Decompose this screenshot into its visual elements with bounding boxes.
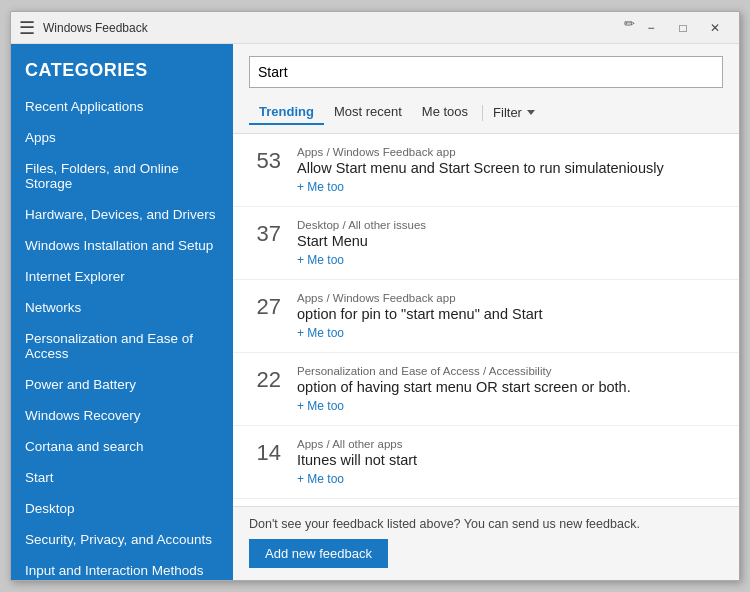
window-controls: ✏ − □ ✕ (624, 16, 731, 40)
app-window: ☰ Windows Feedback ✏ − □ ✕ CATEGORIES Re… (10, 11, 740, 581)
feedback-metoo-button[interactable]: + Me too (297, 326, 723, 340)
bottom-text: Don't see your feedback listed above? Yo… (249, 517, 723, 531)
sidebar-item-7[interactable]: Personalization and Ease of Access (11, 323, 233, 369)
main-panel: TrendingMost recentMe toos Filter 53 App… (233, 44, 739, 580)
feedback-title[interactable]: Allow Start menu and Start Screen to run… (297, 160, 723, 176)
add-feedback-button[interactable]: Add new feedback (249, 539, 388, 568)
sidebar-item-3[interactable]: Hardware, Devices, and Drivers (11, 199, 233, 230)
maximize-button[interactable]: □ (667, 16, 699, 40)
feedback-item: 53 Apps / Windows Feedback app Allow Sta… (233, 134, 739, 207)
minimize-button[interactable]: − (635, 16, 667, 40)
feedback-count: 14 (249, 438, 281, 466)
feedback-list: 53 Apps / Windows Feedback app Allow Sta… (233, 133, 739, 506)
feedback-metoo-button[interactable]: + Me too (297, 472, 723, 486)
feedback-item: 22 Personalization and Ease of Access / … (233, 353, 739, 426)
feedback-item: 14 Apps / All other apps Itunes will not… (233, 426, 739, 499)
feedback-item: 37 Desktop / All other issues Start Menu… (233, 207, 739, 280)
sidebar-item-4[interactable]: Windows Installation and Setup (11, 230, 233, 261)
filter-label: Filter (493, 105, 522, 120)
feedback-body: Apps / All other apps Itunes will not st… (297, 438, 723, 486)
filter-tab-0[interactable]: Trending (249, 100, 324, 125)
filter-divider (482, 105, 483, 121)
sidebar: CATEGORIES Recent ApplicationsAppsFiles,… (11, 44, 233, 580)
feedback-count: 37 (249, 219, 281, 247)
hamburger-menu-icon[interactable]: ☰ (19, 17, 35, 39)
sidebar-item-13[interactable]: Security, Privacy, and Accounts (11, 524, 233, 555)
close-button[interactable]: ✕ (699, 16, 731, 40)
feedback-title[interactable]: option of having start menu OR start scr… (297, 379, 723, 395)
feedback-count: 22 (249, 365, 281, 393)
bottom-bar: Don't see your feedback listed above? Yo… (233, 506, 739, 580)
feedback-category: Apps / Windows Feedback app (297, 292, 723, 304)
feedback-count: 27 (249, 292, 281, 320)
feedback-title[interactable]: option for pin to "start menu" and Start (297, 306, 723, 322)
feedback-count: 53 (249, 146, 281, 174)
feedback-category: Desktop / All other issues (297, 219, 723, 231)
feedback-category: Apps / Windows Feedback app (297, 146, 723, 158)
feedback-metoo-button[interactable]: + Me too (297, 253, 723, 267)
search-input[interactable] (249, 56, 723, 88)
sidebar-item-6[interactable]: Networks (11, 292, 233, 323)
main-content: CATEGORIES Recent ApplicationsAppsFiles,… (11, 44, 739, 580)
sidebar-item-2[interactable]: Files, Folders, and Online Storage (11, 153, 233, 199)
sidebar-item-11[interactable]: Start (11, 462, 233, 493)
feedback-item: 27 Apps / Windows Feedback app option fo… (233, 280, 739, 353)
edit-icon[interactable]: ✏ (624, 16, 635, 40)
sidebar-item-10[interactable]: Cortana and search (11, 431, 233, 462)
filter-tab-2[interactable]: Me toos (412, 100, 478, 125)
filter-tab-1[interactable]: Most recent (324, 100, 412, 125)
sidebar-item-1[interactable]: Apps (11, 122, 233, 153)
sidebar-item-9[interactable]: Windows Recovery (11, 400, 233, 431)
sidebar-header: CATEGORIES (11, 44, 233, 91)
feedback-category: Personalization and Ease of Access / Acc… (297, 365, 723, 377)
feedback-body: Apps / Windows Feedback app option for p… (297, 292, 723, 340)
feedback-body: Apps / Windows Feedback app Allow Start … (297, 146, 723, 194)
feedback-metoo-button[interactable]: + Me too (297, 180, 723, 194)
window-title: Windows Feedback (43, 21, 624, 35)
titlebar: ☰ Windows Feedback ✏ − □ ✕ (11, 12, 739, 44)
search-bar (233, 44, 739, 96)
sidebar-item-8[interactable]: Power and Battery (11, 369, 233, 400)
feedback-title[interactable]: Start Menu (297, 233, 723, 249)
sidebar-item-0[interactable]: Recent Applications (11, 91, 233, 122)
feedback-category: Apps / All other apps (297, 438, 723, 450)
feedback-body: Personalization and Ease of Access / Acc… (297, 365, 723, 413)
filter-bar: TrendingMost recentMe toos Filter (233, 96, 739, 133)
feedback-body: Desktop / All other issues Start Menu + … (297, 219, 723, 267)
feedback-metoo-button[interactable]: + Me too (297, 399, 723, 413)
sidebar-item-12[interactable]: Desktop (11, 493, 233, 524)
chevron-down-icon (527, 110, 535, 115)
sidebar-item-5[interactable]: Internet Explorer (11, 261, 233, 292)
filter-dropdown[interactable]: Filter (487, 101, 541, 124)
sidebar-item-14[interactable]: Input and Interaction Methods (11, 555, 233, 580)
feedback-title[interactable]: Itunes will not start (297, 452, 723, 468)
